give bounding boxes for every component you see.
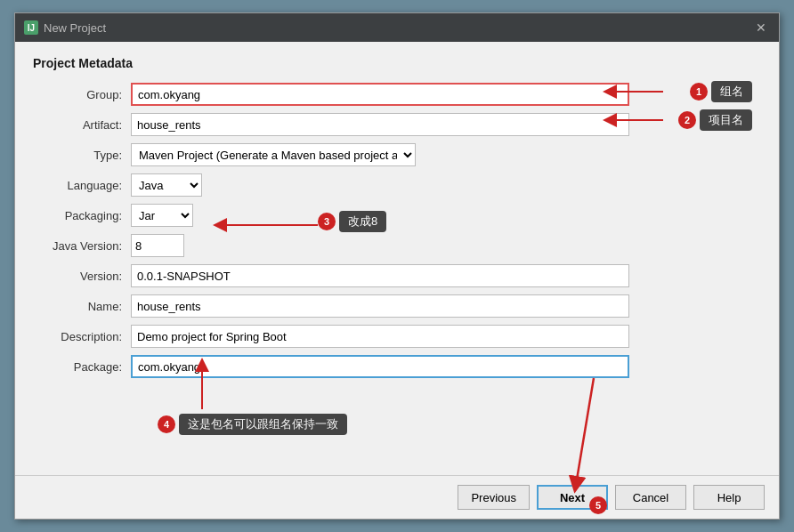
description-row: Description:	[33, 325, 761, 348]
dialog-title: New Project	[44, 21, 106, 35]
name-label: Name:	[33, 300, 131, 313]
version-input[interactable]	[131, 264, 629, 287]
version-label: Version:	[33, 270, 131, 283]
previous-button[interactable]: Previous	[458, 485, 530, 510]
type-label: Type:	[33, 149, 131, 162]
language-row: Language: Java	[33, 173, 761, 197]
title-bar: IJ New Project ✕	[15, 13, 779, 42]
group-row: Group:	[33, 83, 761, 106]
app-icon: IJ	[24, 20, 38, 35]
language-select[interactable]: Java	[131, 173, 202, 197]
package-label: Package:	[33, 360, 131, 374]
close-button[interactable]: ✕	[752, 19, 770, 36]
description-input[interactable]	[131, 325, 629, 348]
version-row: Version:	[33, 264, 761, 287]
next-button[interactable]: Next	[537, 485, 608, 510]
packaging-label: Packaging:	[33, 209, 131, 222]
language-label: Language:	[33, 179, 131, 192]
type-row: Type: Maven Project (Generate a Maven ba…	[33, 143, 761, 166]
packaging-select[interactable]: Jar	[131, 204, 193, 227]
type-select[interactable]: Maven Project (Generate a Maven based pr…	[131, 143, 416, 166]
group-label: Group:	[33, 88, 131, 101]
bottom-bar: Previous Next Cancel Help	[15, 475, 779, 519]
description-label: Description:	[33, 330, 131, 343]
group-input[interactable]	[131, 83, 629, 106]
cancel-button[interactable]: Cancel	[615, 485, 686, 510]
package-row: Package:	[33, 355, 761, 378]
artifact-input[interactable]	[131, 113, 629, 136]
artifact-label: Artifact:	[33, 118, 131, 132]
java-version-label: Java Version:	[33, 239, 131, 253]
package-input[interactable]	[131, 355, 629, 378]
new-project-dialog: IJ New Project ✕ Project Metadata Group:…	[14, 12, 780, 520]
name-row: Name:	[33, 294, 761, 318]
name-input[interactable]	[131, 294, 629, 318]
java-version-row: Java Version:	[33, 234, 761, 257]
section-title: Project Metadata	[33, 56, 761, 70]
artifact-row: Artifact:	[33, 113, 761, 136]
form-content: Project Metadata Group: Artifact: Type: …	[15, 42, 779, 439]
packaging-row: Packaging: Jar	[33, 204, 761, 227]
help-button[interactable]: Help	[693, 485, 765, 510]
java-version-input[interactable]	[131, 234, 184, 257]
